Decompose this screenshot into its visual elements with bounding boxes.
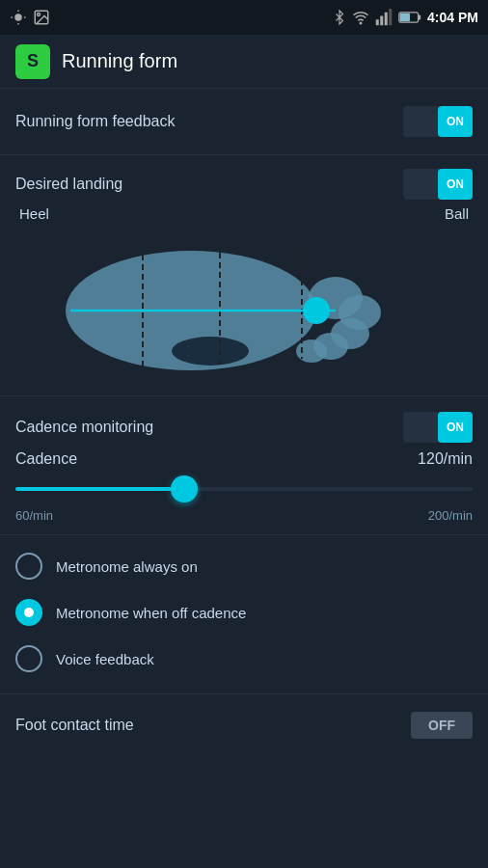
desired-landing-section: Desired landing ON Heel Ball <box>0 155 488 396</box>
svg-point-0 <box>14 14 22 21</box>
slider-track <box>15 487 473 491</box>
ball-label: Ball <box>445 205 469 222</box>
slider-range-labels: 60/min 200/min <box>15 508 473 523</box>
svg-point-16 <box>296 339 327 363</box>
foot-contact-time-label: Foot contact time <box>15 717 134 734</box>
radio-label-voice-feedback: Voice feedback <box>56 651 154 667</box>
svg-point-17 <box>172 337 249 366</box>
radio-item-voice-feedback[interactable]: Voice feedback <box>15 636 473 682</box>
radio-circle-metronome-off-cadence[interactable] <box>15 599 42 626</box>
running-form-feedback-toggle-thumb: ON <box>438 106 473 137</box>
radio-label-metronome-off-cadence: Metronome when off cadence <box>56 605 246 621</box>
wifi-icon <box>352 9 369 26</box>
slider-min-label: 60/min <box>15 508 53 523</box>
running-form-feedback-label: Running form feedback <box>15 113 175 130</box>
slider-max-label: 200/min <box>428 508 473 523</box>
cadence-monitoring-label: Cadence monitoring <box>15 419 153 436</box>
content: Running form feedback ON Desired landing… <box>0 89 488 756</box>
status-right-icons: 4:04 PM <box>333 9 478 26</box>
image-icon <box>33 9 50 26</box>
running-form-feedback-row: Running form feedback ON <box>0 89 488 155</box>
svg-point-2 <box>38 14 41 16</box>
cadence-slider[interactable] <box>15 472 473 506</box>
foot-contact-row: Foot contact time OFF <box>0 694 488 756</box>
slider-fill <box>15 487 184 491</box>
running-form-feedback-toggle[interactable]: ON <box>403 106 473 137</box>
cadence-monitoring-row: Cadence monitoring ON <box>15 412 473 443</box>
slider-thumb[interactable] <box>171 475 198 502</box>
svg-rect-10 <box>400 14 410 22</box>
status-left-icons <box>10 9 50 26</box>
signal-icon <box>375 9 393 26</box>
foot-diagram-svg[interactable] <box>15 226 473 380</box>
cadence-monitoring-toggle[interactable]: ON <box>403 412 473 443</box>
svg-rect-9 <box>419 14 421 19</box>
cadence-section: Cadence monitoring ON Cadence 120/min 60… <box>0 396 488 535</box>
svg-point-22 <box>303 297 330 324</box>
cadence-value-row: Cadence 120/min <box>15 450 473 468</box>
desired-landing-toggle[interactable]: ON <box>403 169 473 200</box>
foot-contact-time-value: OFF <box>428 718 455 733</box>
svg-rect-7 <box>389 9 392 25</box>
radio-label-metronome-always: Metronome always on <box>56 558 198 575</box>
foot-svg-container[interactable] <box>15 226 473 380</box>
desired-landing-label: Desired landing <box>15 176 122 193</box>
cadence-label: Cadence <box>15 450 77 468</box>
foot-diagram: Heel Ball <box>0 205 488 395</box>
heel-ball-labels: Heel Ball <box>15 205 473 222</box>
desired-landing-header: Desired landing ON <box>0 155 488 205</box>
app-bar: S Running form <box>0 35 488 89</box>
radio-item-metronome-always[interactable]: Metronome always on <box>15 543 473 589</box>
svg-point-3 <box>360 22 362 24</box>
app-logo: S <box>15 44 50 79</box>
time-display: 4:04 PM <box>427 10 478 25</box>
heel-label: Heel <box>19 205 49 222</box>
radio-circle-voice-feedback[interactable] <box>15 645 42 672</box>
svg-rect-6 <box>385 13 388 26</box>
bluetooth-icon <box>333 9 346 26</box>
notification-icon <box>10 9 27 26</box>
app-title: Running form <box>62 50 177 72</box>
cadence-monitoring-toggle-thumb: ON <box>438 412 473 443</box>
svg-rect-4 <box>376 19 379 25</box>
desired-landing-toggle-thumb: ON <box>438 169 473 200</box>
status-bar: 4:04 PM <box>0 0 488 35</box>
battery-icon <box>398 10 421 25</box>
radio-item-metronome-off-cadence[interactable]: Metronome when off cadence <box>15 589 473 636</box>
radio-options: Metronome always on Metronome when off c… <box>0 535 488 694</box>
radio-circle-metronome-always[interactable] <box>15 553 42 580</box>
cadence-value: 120/min <box>418 450 473 468</box>
svg-rect-5 <box>380 16 383 26</box>
foot-contact-time-toggle[interactable]: OFF <box>411 712 473 739</box>
